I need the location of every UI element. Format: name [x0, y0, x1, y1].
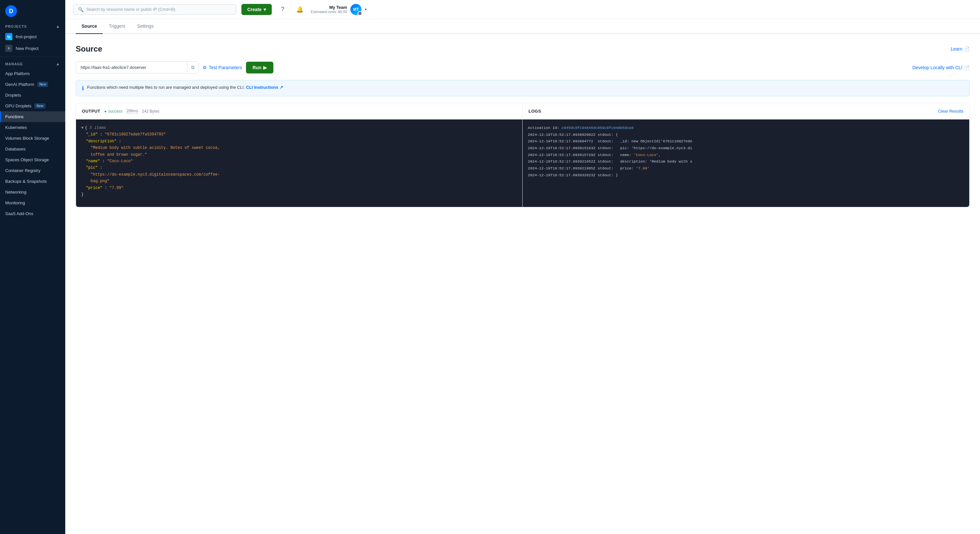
info-icon: ℹ [82, 85, 84, 91]
test-parameters-button[interactable]: ⚙ Test Parameters [203, 65, 242, 70]
manage-section-header: MANAGE ▲ [0, 59, 65, 68]
projects-section-header: PROJECTS ▲ [0, 21, 65, 31]
add-project-icon: + [5, 45, 13, 52]
sidebar-item-app-platform[interactable]: App Platform [0, 68, 65, 79]
info-text: Functions which need multiple files to r… [87, 85, 283, 90]
logs-panel: LOGS Clear Results Activation Id: c0459c… [523, 103, 969, 207]
nav-label-kubernetes: Kubernetes [5, 125, 27, 130]
develop-locally-link[interactable]: Develop Locally with CLI 📄 [912, 65, 970, 70]
test-params-label: Test Parameters [209, 65, 242, 70]
nav-label-container-registry: Container Registry [5, 168, 40, 173]
nav-label-backups: Backups & Snapshots [5, 179, 47, 184]
nav-label-networking: Networking [5, 190, 26, 194]
sidebar-item-backups-snapshots[interactable]: Backups & Snapshots [0, 176, 65, 187]
output-logs-grid: OUTPUT ● success 299ms 242 Bytes ▼{ 5 it… [76, 103, 970, 207]
gear-icon: ⚙ [203, 65, 207, 70]
output-panel: OUTPUT ● success 299ms 242 Bytes ▼{ 5 it… [76, 103, 523, 207]
create-label: Create [247, 7, 262, 12]
tab-source[interactable]: Source [76, 19, 103, 34]
manage-chevron-icon[interactable]: ▲ [56, 62, 60, 66]
output-title: OUTPUT [82, 109, 100, 113]
sidebar-item-spaces-object-storage[interactable]: Spaces Object Storage [0, 155, 65, 165]
notifications-button[interactable]: 🔔 [294, 3, 305, 15]
new-project-label: New Project [16, 46, 38, 51]
search-placeholder: Search by resource name or public IP (Cm… [86, 7, 175, 12]
sidebar-item-container-registry[interactable]: Container Registry [0, 165, 65, 176]
timing-badge: 299ms [126, 109, 138, 114]
user-cost: Estimated costs: $0.00 [311, 10, 347, 14]
cli-instructions-link[interactable]: CLI Instructions ↗ [246, 85, 283, 90]
sidebar-item-volumes-block-storage[interactable]: Volumes Block Storage [0, 133, 65, 143]
user-menu[interactable]: My Team Estimated costs: $0.00 MT ▾ [311, 4, 367, 15]
nav-label-gpu-droplets: GPU Droplets [5, 104, 31, 108]
size-badge: 242 Bytes [142, 109, 159, 113]
logs-header: LOGS Clear Results [523, 103, 969, 120]
sidebar-item-monitoring[interactable]: Monitoring [0, 198, 65, 208]
sidebar-item-networking[interactable]: Networking [0, 187, 65, 198]
sidebar-item-kubernetes[interactable]: Kubernetes [0, 122, 65, 133]
project-icon: fp [5, 33, 13, 40]
sidebar-item-functions[interactable]: Functions [0, 111, 65, 122]
bell-icon: 🔔 [296, 6, 303, 13]
nav-label-volumes: Volumes Block Storage [5, 136, 49, 141]
json-output: ▼{ 5 items "_id" : "6761c10827edeb7fa539… [76, 120, 522, 207]
tab-triggers[interactable]: Triggers [103, 19, 131, 34]
sidebar-item-gpu-droplets[interactable]: GPU Droplets New [0, 100, 65, 111]
gpu-badge: New [35, 104, 45, 108]
search-bar[interactable]: 🔍 Search by resource name or public IP (… [73, 4, 236, 15]
avatar-initials: MT [353, 7, 358, 12]
activation-id[interactable]: c0459c8fc04845dc859c8fc048b5dca6 [562, 126, 634, 130]
user-chevron-icon: ▾ [365, 7, 367, 12]
tabs-bar: Source Triggers Settings [65, 19, 980, 34]
develop-external-icon: 📄 [964, 65, 970, 70]
url-input-box: ⧉ [76, 61, 199, 73]
nav-label-droplets: Droplets [5, 93, 21, 97]
develop-label: Develop Locally with CLI [912, 65, 963, 70]
run-label: Run [253, 65, 261, 70]
source-content: Source Learn 📄 ⧉ ⚙ Test Parameters [65, 34, 980, 218]
success-icon: ● [104, 109, 107, 113]
logs-output: Activation Id: c0459c8fc04845dc859c8fc04… [523, 120, 969, 207]
clear-results-button[interactable]: Clear Results [938, 109, 963, 113]
user-text: My Team Estimated costs: $0.00 [311, 5, 347, 14]
topnav: 🔍 Search by resource name or public IP (… [65, 0, 980, 19]
sidebar-item-droplets[interactable]: Droplets [0, 90, 65, 100]
sidebar-item-genai-platform[interactable]: GenAI Platform New [0, 79, 65, 90]
manage-section-label: MANAGE [5, 62, 23, 66]
projects-chevron-icon[interactable]: ▲ [56, 24, 60, 29]
create-button[interactable]: Create ▾ [242, 4, 272, 15]
logs-title: LOGS [528, 109, 541, 113]
collapse-arrow-icon[interactable]: ▼ [81, 126, 84, 130]
user-name: My Team [311, 5, 347, 10]
url-bar-row: ⧉ ⚙ Test Parameters Run ▶ Develop Locall… [76, 61, 970, 73]
nav-label-functions: Functions [5, 114, 24, 119]
projects-section-label: PROJECTS [5, 24, 27, 29]
logo-text: D [9, 8, 13, 15]
copy-url-button[interactable]: ⧉ [187, 62, 198, 73]
nav-label-saas: SaaS Add-Ons [5, 211, 33, 216]
run-button[interactable]: Run ▶ [246, 62, 274, 73]
project-label: first-project [16, 34, 37, 39]
learn-label: Learn [951, 46, 963, 51]
tab-settings[interactable]: Settings [131, 19, 159, 34]
run-icon: ▶ [263, 65, 267, 70]
sidebar-item-saas-add-ons[interactable]: SaaS Add-Ons [0, 208, 65, 219]
sidebar-item-first-project[interactable]: fp first-project [0, 31, 65, 42]
nav-label-app-platform: App Platform [5, 71, 30, 76]
page-title: Source [76, 45, 102, 54]
logo-area: D [0, 0, 65, 21]
help-button[interactable]: ? [277, 3, 289, 15]
content-area: Source Triggers Settings Source Learn 📄 [65, 19, 980, 534]
genai-badge: New [38, 82, 48, 87]
nav-label-genai-platform: GenAI Platform [5, 82, 34, 87]
learn-external-icon: 📄 [964, 46, 970, 51]
nav-label-databases: Databases [5, 147, 25, 151]
url-input[interactable] [76, 62, 187, 73]
sidebar-item-new-project[interactable]: + New Project [0, 42, 65, 54]
help-icon: ? [281, 6, 285, 13]
learn-link[interactable]: Learn 📄 [951, 46, 970, 51]
avatar-badge [358, 11, 362, 16]
sidebar-item-databases[interactable]: Databases [0, 143, 65, 155]
output-header: OUTPUT ● success 299ms 242 Bytes [76, 103, 522, 120]
create-chevron-icon: ▾ [264, 7, 266, 12]
